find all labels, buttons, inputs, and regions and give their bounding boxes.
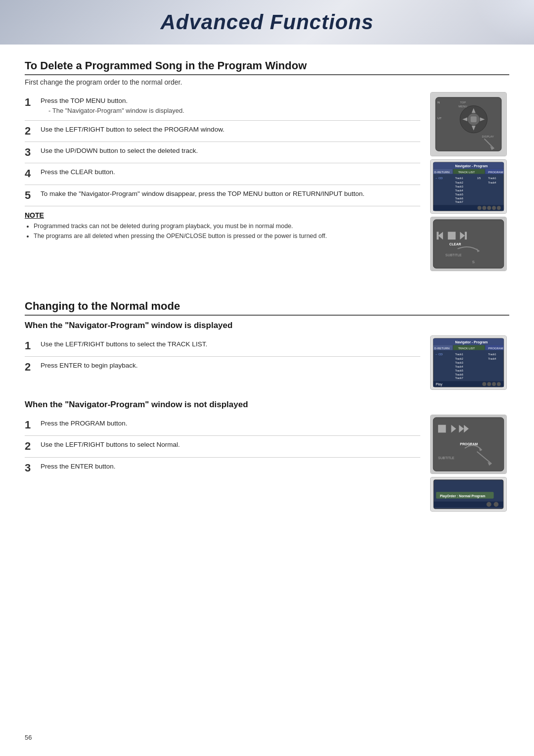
svg-text:SUBTITLE: SUBTITLE bbox=[438, 456, 454, 460]
svg-text:Navigator - Program: Navigator - Program bbox=[455, 340, 488, 344]
note-item-2: The programs are all deleted when pressi… bbox=[34, 231, 420, 241]
delete-step-4: 4 Press the CLEAR button. bbox=[25, 163, 420, 185]
delete-section: To Delete a Programmed Song in the Progr… bbox=[25, 59, 509, 271]
svg-point-40 bbox=[487, 206, 491, 210]
when-not-displayed-section: When the "Navigator-Program" window is n… bbox=[25, 400, 509, 512]
delete-step-2: 2 Use the LEFT/RIGHT button to select th… bbox=[25, 121, 420, 142]
note-list: Programmed tracks can not be deleted dur… bbox=[25, 221, 420, 241]
svg-text:Track4: Track4 bbox=[488, 357, 496, 360]
svg-text:Track4: Track4 bbox=[455, 189, 463, 192]
step-text-3: Use the UP/DOWN button to select the del… bbox=[41, 146, 420, 156]
step-num-4: 4 bbox=[25, 167, 37, 180]
svg-text:Track6: Track6 bbox=[455, 197, 463, 200]
playorder-screen-image: PlayOrder : Normal Program bbox=[430, 477, 507, 512]
svg-point-78 bbox=[492, 382, 496, 386]
delete-instructions: 1 Press the TOP MENU button. - The "Navi… bbox=[25, 92, 420, 271]
svg-text:Navigator - Program: Navigator - Program bbox=[455, 164, 488, 168]
main-content: To Delete a Programmed Song in the Progr… bbox=[0, 59, 534, 541]
delete-section-body: 1 Press the TOP MENU button. - The "Navi… bbox=[25, 92, 509, 271]
svg-text:Track4: Track4 bbox=[488, 181, 496, 184]
delete-section-subtitle: First change the program order to the no… bbox=[25, 78, 509, 86]
delete-step-1: 1 Press the TOP MENU button. - The "Navi… bbox=[25, 92, 420, 121]
svg-text:TRACK LIST: TRACK LIST bbox=[458, 347, 475, 350]
svg-text:Track2: Track2 bbox=[455, 357, 463, 360]
svg-point-96 bbox=[487, 502, 491, 507]
svg-point-39 bbox=[482, 206, 486, 210]
svg-text:PROGRAM: PROGRAM bbox=[488, 347, 503, 350]
svg-point-76 bbox=[482, 382, 486, 386]
when-not-displayed-body: 1 Press the PROGRAM button. 2 Use the LE… bbox=[25, 415, 509, 512]
svg-text:DISPLAY: DISPLAY bbox=[482, 135, 494, 138]
svg-text:Track7: Track7 bbox=[455, 377, 463, 379]
svg-text:CLEAR: CLEAR bbox=[449, 242, 461, 246]
wnd-images: PROGRAM SUBTITLE bbox=[430, 415, 509, 512]
delete-step-5: 5 To make the "Navigator-Program" window… bbox=[25, 185, 420, 206]
when-not-displayed-title: When the "Navigator-Program" window is n… bbox=[25, 400, 509, 410]
note-title: NOTE bbox=[25, 211, 420, 219]
wd-step-text-2: Press ENTER to begin playback. bbox=[41, 361, 420, 371]
normal-mode-title: Changing to the Normal mode bbox=[25, 300, 509, 316]
svg-rect-47 bbox=[448, 232, 456, 239]
wnd-step-num-3: 3 bbox=[25, 462, 37, 474]
normal-mode-section: Changing to the Normal mode When the "Na… bbox=[25, 300, 509, 512]
svg-text:D-RETURN: D-RETURN bbox=[434, 171, 449, 174]
when-displayed-title: When the "Navigator-Program" window is d… bbox=[25, 321, 509, 331]
step-text-4: Press the CLEAR button. bbox=[41, 167, 420, 177]
step-text-1: Press the TOP MENU button. - The "Naviga… bbox=[41, 96, 420, 116]
when-not-displayed-instructions: 1 Press the PROGRAM button. 2 Use the LE… bbox=[25, 415, 420, 512]
wd-step-num-1: 1 bbox=[25, 339, 37, 352]
step-text-5: To make the "Navigator-Program" window d… bbox=[41, 189, 420, 199]
delete-images: N UT TOP MENU bbox=[430, 92, 509, 271]
svg-rect-82 bbox=[438, 425, 446, 433]
svg-text:Track6: Track6 bbox=[455, 373, 463, 376]
svg-rect-10 bbox=[471, 116, 477, 122]
svg-text:TRACK LIST: TRACK LIST bbox=[458, 171, 475, 174]
svg-text:D-RETURN: D-RETURN bbox=[434, 347, 449, 350]
nav-screen-image: Navigator - Program D-RETURN TRACK LIST … bbox=[430, 159, 507, 214]
svg-text:1/5: 1/5 bbox=[477, 177, 481, 180]
svg-point-77 bbox=[487, 382, 491, 386]
page-title: Advanced Functions bbox=[160, 10, 373, 34]
delete-section-title: To Delete a Programmed Song in the Progr… bbox=[25, 59, 509, 75]
wd-step-text-1: Use the LEFT/RIGHT buttons to select the… bbox=[41, 339, 420, 349]
svg-text:PlayOrder : Normal   Program: PlayOrder : Normal Program bbox=[440, 494, 486, 498]
svg-point-42 bbox=[497, 206, 501, 210]
page-number: 56 bbox=[25, 734, 32, 741]
when-displayed-instructions: 1 Use the LEFT/RIGHT buttons to select t… bbox=[25, 335, 420, 390]
step-num-1: 1 bbox=[25, 96, 37, 109]
note-item-1: Programmed tracks can not be deleted dur… bbox=[34, 221, 420, 231]
svg-text:Track5: Track5 bbox=[455, 193, 463, 196]
remote-top-image: N UT TOP MENU bbox=[430, 92, 507, 156]
header-banner: Advanced Functions bbox=[0, 0, 534, 45]
when-displayed-step-1: 1 Use the LEFT/RIGHT buttons to select t… bbox=[25, 335, 420, 357]
svg-text:→ CD: → CD bbox=[435, 353, 443, 356]
svg-text:Track1: Track1 bbox=[488, 353, 496, 356]
svg-text:Track2: Track2 bbox=[455, 181, 463, 184]
svg-point-41 bbox=[492, 206, 496, 210]
section-divider-1 bbox=[25, 281, 509, 295]
svg-text:PROGRAM: PROGRAM bbox=[488, 171, 503, 174]
svg-text:Track1: Track1 bbox=[455, 177, 463, 180]
svg-point-97 bbox=[494, 502, 499, 507]
wnd-step-text-1: Press the PROGRAM button. bbox=[41, 419, 420, 428]
step-num-5: 5 bbox=[25, 189, 37, 202]
svg-point-79 bbox=[497, 382, 501, 386]
nav-screen-play-image: Navigator - Program D-RETURN TRACK LIST … bbox=[430, 335, 507, 390]
remote-program-image: PROGRAM SUBTITLE bbox=[430, 415, 507, 474]
svg-rect-44 bbox=[433, 220, 503, 268]
svg-text:UT: UT bbox=[438, 117, 442, 120]
wnd-step-text-2: Use the LEFT/RIGHT buttons to select Nor… bbox=[41, 440, 420, 450]
svg-text:Track3: Track3 bbox=[455, 185, 463, 188]
svg-rect-46 bbox=[437, 232, 439, 239]
svg-text:Track5: Track5 bbox=[455, 369, 463, 372]
wd-step-num-2: 2 bbox=[25, 361, 37, 374]
svg-text:MENU: MENU bbox=[458, 105, 467, 108]
svg-text:Track1: Track1 bbox=[488, 177, 496, 180]
svg-text:TOP: TOP bbox=[460, 101, 466, 104]
svg-text:→ CD: → CD bbox=[435, 177, 443, 180]
wnd-step-num-2: 2 bbox=[25, 440, 37, 453]
svg-text:Track7: Track7 bbox=[455, 200, 463, 203]
when-displayed-body: 1 Use the LEFT/RIGHT buttons to select t… bbox=[25, 335, 509, 390]
note-section: NOTE Programmed tracks can not be delete… bbox=[25, 211, 420, 241]
svg-text:Track1: Track1 bbox=[455, 353, 463, 356]
